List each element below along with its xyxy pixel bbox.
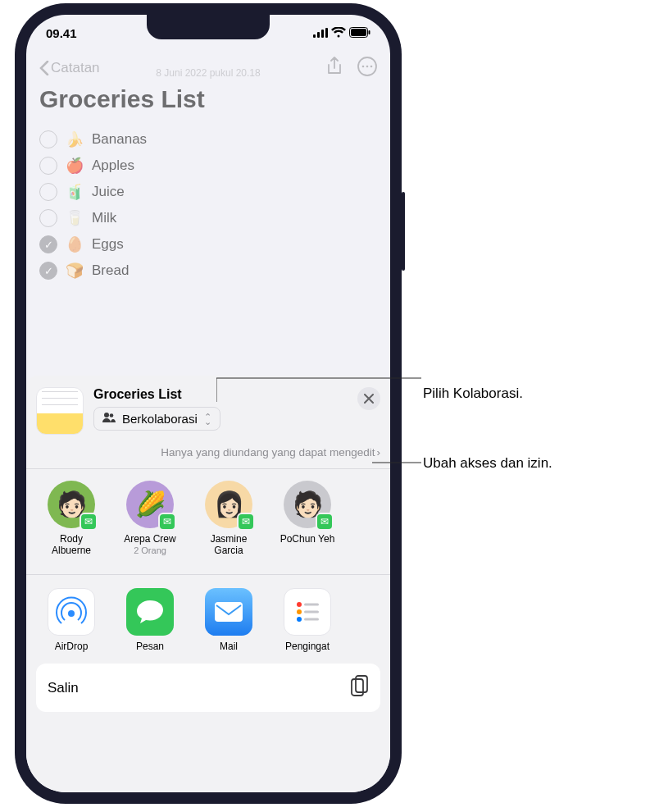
- messages-badge-icon: ✉︎: [237, 513, 255, 531]
- apps-row: AirDrop Pesan Mail: [36, 575, 380, 660]
- svg-rect-0: [313, 34, 316, 38]
- app-airdrop[interactable]: AirDrop: [43, 588, 100, 652]
- contact-name: PoChun Yeh: [275, 533, 339, 545]
- item-label: Milk: [92, 210, 116, 226]
- item-label: Apples: [92, 157, 134, 174]
- svg-rect-6: [369, 30, 370, 34]
- app-messages[interactable]: Pesan: [121, 588, 179, 652]
- svg-rect-5: [351, 29, 366, 36]
- contact-name: Rody Albuerne: [39, 533, 103, 556]
- collaborate-label: Berkolaborasi: [122, 412, 198, 426]
- note-date: 8 Juni 2022 pukul 20.18: [39, 67, 377, 79]
- contacts-row: 🧑🏻✉︎ Rody Albuerne 🌽✉︎ Arepa Crew 2 Oran…: [36, 469, 380, 564]
- item-label: Eggs: [92, 236, 124, 253]
- svg-rect-20: [304, 618, 319, 621]
- item-emoji: 🧃: [66, 183, 84, 201]
- notch: [147, 15, 270, 39]
- notes-app-icon: [36, 387, 84, 435]
- svg-rect-19: [304, 611, 319, 614]
- access-label: Hanya yang diundang yang dapat mengedit: [161, 446, 375, 458]
- cellular-icon: [313, 26, 328, 40]
- checkbox-icon[interactable]: [39, 209, 57, 227]
- callout-collaborate: Pilih Kolaborasi.: [423, 385, 523, 402]
- status-time: 09.41: [46, 26, 77, 40]
- callout-access: Ubah akses dan izin.: [423, 455, 552, 472]
- people-icon: [102, 413, 116, 425]
- list-item[interactable]: 🧃Juice: [39, 179, 377, 205]
- callout-text: Ubah akses dan izin.: [423, 455, 552, 471]
- list-item[interactable]: 🍎Apples: [39, 153, 377, 179]
- svg-point-8: [362, 66, 365, 68]
- contact-name: Arepa Crew: [118, 533, 182, 545]
- copy-icon: [351, 675, 369, 700]
- avatar: 🧑🏻✉︎: [48, 481, 95, 528]
- callout-line: [216, 375, 421, 404]
- back-button[interactable]: Catatan: [39, 60, 100, 76]
- svg-point-11: [104, 413, 109, 417]
- contact-item[interactable]: 🧑🏻✉︎ PoChun Yeh: [275, 481, 339, 556]
- list-item[interactable]: 🍌Bananas: [39, 126, 377, 153]
- chevron-updown-icon: ⌃⌄: [204, 414, 211, 424]
- list-item[interactable]: ✓🥚Eggs: [39, 231, 377, 258]
- svg-point-9: [366, 66, 369, 68]
- svg-rect-21: [352, 679, 363, 696]
- access-permissions-row[interactable]: Hanya yang diundang yang dapat mengedit …: [36, 446, 380, 458]
- item-emoji: 🍞: [66, 262, 84, 280]
- copy-action[interactable]: Salin: [36, 664, 380, 712]
- status-icons: [313, 26, 370, 40]
- airdrop-icon: [48, 588, 95, 636]
- item-label: Bananas: [92, 131, 147, 148]
- chevron-right-icon: ›: [377, 446, 381, 458]
- list-item[interactable]: 🥛Milk: [39, 205, 377, 231]
- checkbox-icon[interactable]: ✓: [39, 262, 57, 280]
- svg-rect-14: [215, 602, 243, 622]
- svg-point-16: [297, 609, 302, 614]
- app-reminders[interactable]: Pengingat: [279, 588, 336, 652]
- contact-item[interactable]: 🌽✉︎ Arepa Crew 2 Orang: [118, 481, 182, 556]
- collaborate-selector[interactable]: Berkolaborasi ⌃⌄: [93, 407, 220, 431]
- checkbox-icon[interactable]: [39, 157, 57, 175]
- checkbox-icon[interactable]: ✓: [39, 235, 57, 253]
- svg-rect-2: [321, 30, 324, 38]
- share-icon[interactable]: [326, 57, 343, 80]
- wifi-icon: [331, 26, 346, 40]
- app-label: AirDrop: [43, 641, 100, 652]
- share-sheet: Groceries List Berkolaborasi ⌃⌄ Hanya ya…: [26, 376, 390, 792]
- note-title: Groceries List: [39, 85, 377, 113]
- item-emoji: 🥛: [66, 209, 84, 227]
- battery-icon: [349, 26, 370, 40]
- svg-point-15: [297, 602, 302, 607]
- list-item[interactable]: ✓🍞Bread: [39, 258, 377, 284]
- more-icon[interactable]: [357, 57, 377, 80]
- callout-text: Pilih Kolaborasi.: [423, 385, 523, 401]
- mail-icon: [205, 588, 252, 636]
- item-emoji: 🥚: [66, 235, 84, 253]
- app-label: Mail: [200, 641, 257, 652]
- svg-rect-18: [304, 604, 319, 606]
- checkbox-icon[interactable]: [39, 130, 57, 148]
- messages-badge-icon: ✉︎: [316, 513, 334, 531]
- svg-rect-3: [325, 28, 328, 38]
- side-button: [402, 192, 405, 271]
- svg-point-10: [370, 66, 373, 68]
- svg-point-7: [358, 57, 376, 75]
- back-label: Catatan: [51, 60, 100, 76]
- svg-point-12: [110, 413, 114, 417]
- messages-badge-icon: ✉︎: [158, 513, 176, 531]
- copy-label: Salin: [48, 680, 79, 696]
- avatar: 🧑🏻✉︎: [284, 481, 331, 528]
- svg-rect-22: [356, 676, 367, 692]
- contact-item[interactable]: 👩🏻✉︎ Jasmine Garcia: [197, 481, 261, 556]
- messages-badge-icon: ✉︎: [80, 513, 98, 531]
- checklist: 🍌Bananas 🍎Apples 🧃Juice 🥛Milk ✓🥚Eggs ✓🍞B…: [39, 126, 377, 284]
- app-label: Pesan: [121, 641, 179, 652]
- app-mail[interactable]: Mail: [200, 588, 257, 652]
- contact-item[interactable]: 🧑🏻✉︎ Rody Albuerne: [39, 481, 103, 556]
- messages-icon: [126, 588, 174, 636]
- svg-point-13: [68, 610, 75, 617]
- item-label: Juice: [92, 184, 125, 200]
- avatar: 🌽✉︎: [126, 481, 174, 528]
- checkbox-icon[interactable]: [39, 183, 57, 201]
- app-label: Pengingat: [279, 641, 336, 652]
- reminders-icon: [284, 588, 331, 636]
